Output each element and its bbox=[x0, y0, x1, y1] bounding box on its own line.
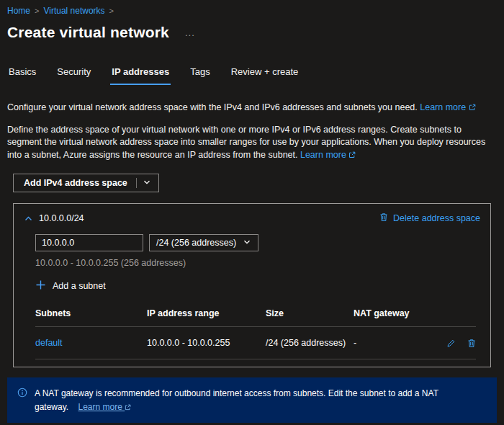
column-header-size: Size bbox=[266, 308, 354, 318]
collapse-chevron-up-icon[interactable] bbox=[24, 214, 33, 223]
subnet-table-header: Subnets IP address range Size NAT gatewa… bbox=[35, 308, 476, 327]
tab-tags[interactable]: Tags bbox=[189, 63, 211, 85]
description-text-body: Define the address space of your virtual… bbox=[7, 125, 485, 160]
subnet-nat-gateway: - bbox=[354, 338, 438, 348]
add-ipv4-address-space-button[interactable]: Add IPv4 address space bbox=[13, 174, 159, 192]
info-icon bbox=[17, 388, 27, 400]
tab-bar: Basics Security IP addresses Tags Review… bbox=[7, 63, 497, 85]
title-row: Create virtual network ... bbox=[7, 24, 497, 41]
add-subnet-button[interactable]: Add a subnet bbox=[35, 279, 106, 292]
add-ipv4-address-space-label: Add IPv4 address space bbox=[24, 178, 127, 188]
nat-gateway-info-banner: A NAT gateway is recommended for outboun… bbox=[7, 377, 497, 423]
address-range-text: 10.0.0.0 - 10.0.0.255 (256 addresses) bbox=[35, 258, 480, 268]
add-subnet-label: Add a subnet bbox=[53, 281, 106, 291]
address-size-value: /24 (256 addresses) bbox=[156, 238, 236, 248]
intro-learn-more-link[interactable]: Learn more bbox=[420, 102, 475, 112]
address-space-input[interactable] bbox=[35, 234, 143, 251]
banner-text: A NAT gateway is recommended for outboun… bbox=[35, 387, 445, 413]
banner-learn-more-link[interactable]: Learn more bbox=[78, 402, 131, 412]
column-header-ip-range: IP address range bbox=[147, 308, 266, 318]
description-learn-more-link[interactable]: Learn more bbox=[300, 150, 356, 160]
row-actions bbox=[438, 339, 476, 348]
column-header-nat-gateway: NAT gateway bbox=[354, 308, 438, 318]
address-size-select[interactable]: /24 (256 addresses) bbox=[149, 234, 258, 251]
breadcrumb-virtual-networks-link[interactable]: Virtual networks bbox=[43, 6, 104, 16]
trash-icon bbox=[379, 212, 388, 224]
address-space-title: 10.0.0.0/24 bbox=[39, 213, 84, 223]
address-space-header: 10.0.0.0/24 Delete address space bbox=[24, 212, 480, 224]
plus-icon bbox=[35, 279, 46, 292]
address-space-card: 10.0.0.0/24 Delete address space /24 (25… bbox=[13, 203, 491, 367]
page-title: Create virtual network bbox=[7, 24, 169, 41]
tab-security[interactable]: Security bbox=[55, 63, 92, 85]
subnet-ip-range: 10.0.0.0 - 10.0.0.255 bbox=[147, 338, 266, 348]
subnet-size: /24 (256 addresses) bbox=[266, 338, 354, 348]
breadcrumb: Home > Virtual networks > bbox=[7, 6, 497, 16]
subnet-table: Subnets IP address range Size NAT gatewa… bbox=[35, 308, 476, 359]
chevron-right-icon: > bbox=[35, 6, 39, 15]
delete-address-space-button[interactable]: Delete address space bbox=[379, 212, 480, 224]
address-space-inputs: /24 (256 addresses) bbox=[35, 234, 480, 251]
tab-ip-addresses[interactable]: IP addresses bbox=[110, 63, 171, 85]
button-divider bbox=[136, 178, 137, 188]
external-link-icon bbox=[469, 102, 476, 112]
learn-more-label: Learn more bbox=[300, 150, 346, 160]
table-row: default 10.0.0.0 - 10.0.0.255 /24 (256 a… bbox=[35, 327, 476, 359]
subnet-name-link[interactable]: default bbox=[35, 338, 147, 348]
tab-review-create[interactable]: Review + create bbox=[230, 63, 300, 85]
chevron-down-icon bbox=[243, 238, 251, 249]
external-link-icon bbox=[125, 402, 131, 412]
delete-address-space-label: Delete address space bbox=[393, 213, 480, 223]
tab-basics[interactable]: Basics bbox=[7, 63, 37, 85]
breadcrumb-home-link[interactable]: Home bbox=[7, 6, 30, 16]
intro-text: Configure your virtual network address s… bbox=[7, 102, 495, 115]
delete-subnet-trash-icon[interactable] bbox=[467, 339, 476, 348]
learn-more-label: Learn more bbox=[420, 102, 466, 112]
learn-more-label: Learn more bbox=[78, 402, 122, 412]
edit-pencil-icon[interactable] bbox=[446, 339, 456, 348]
intro-text-body: Configure your virtual network address s… bbox=[7, 102, 418, 112]
chevron-right-icon: > bbox=[109, 6, 114, 15]
external-link-icon bbox=[348, 150, 356, 160]
column-header-subnets: Subnets bbox=[35, 308, 147, 318]
create-virtual-network-page: Home > Virtual networks > Create virtual… bbox=[0, 0, 504, 423]
chevron-down-icon[interactable] bbox=[143, 178, 151, 189]
more-options-icon[interactable]: ... bbox=[185, 27, 195, 38]
description-text: Define the address space of your virtual… bbox=[7, 124, 495, 162]
